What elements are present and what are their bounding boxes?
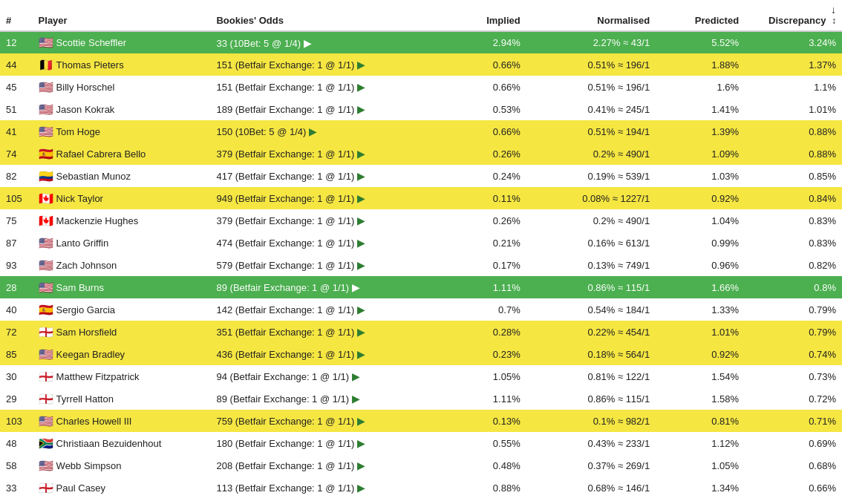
flag-icon: 🇨🇦 [39,216,53,226]
col-header-normalised[interactable]: Normalised [526,0,656,31]
col-header-rank[interactable]: # [0,0,33,31]
cell-discrepancy: 0.71% [745,410,842,432]
cell-normalised: 0.86% ≈ 115/1 [526,276,656,298]
cell-player: 🇨🇦 Mackenzie Hughes [33,209,211,232]
cell-predicted: 1.12% [656,432,745,454]
player-name: Paul Casey [56,482,105,494]
flag-icon: 🇪🇸 [39,305,53,315]
sort-icon[interactable]: ↕ [832,16,836,26]
table-row: 45 🇺🇸 Billy Horschel 151 (Betfair Exchan… [0,76,842,98]
cell-normalised: 0.37% ≈ 269/1 [526,454,656,477]
col-header-predicted[interactable]: Predicted [656,0,745,31]
cell-odds: 142 (Betfair Exchange: 1 @ 1/1)▶ [210,298,453,321]
col-header-odds[interactable]: Bookies' Odds [210,0,453,31]
cell-player: 🇧🇪 Thomas Pieters [33,53,211,76]
odds-arrow: ▶ [304,37,312,49]
cell-rank: 41 [0,120,33,143]
table-row: 40 🇪🇸 Sergio Garcia 142 (Betfair Exchang… [0,298,842,321]
player-name: Christiaan Bezuidenhout [56,438,162,449]
cell-implied: 0.66% [454,76,526,98]
cell-rank: 51 [0,98,33,120]
table-body: 12 🇺🇸 Scottie Scheffler 33 (10Bet: 5 @ 1… [0,31,842,499]
cell-implied: 0.13% [454,410,526,432]
cell-odds: 150 (10Bet: 5 @ 1/4)▶ [210,120,453,143]
cell-normalised: 0.19% ≈ 539/1 [526,165,656,187]
cell-odds: 113 (Betfair Exchange: 1 @ 1/1)▶ [210,477,453,499]
cell-predicted: 1.01% [656,321,745,343]
cell-odds: 151 (Betfair Exchange: 1 @ 1/1)▶ [210,53,453,76]
cell-rank: 74 [0,143,33,165]
player-name: Billy Horschel [56,82,115,93]
cell-predicted: 0.92% [656,343,745,365]
cell-discrepancy: 0.85% [745,165,842,187]
cell-rank: 33 [0,477,33,499]
cell-normalised: 0.2% ≈ 490/1 [526,209,656,232]
cell-predicted: 0.96% [656,254,745,276]
discrepancy-label: Discrepancy [768,15,826,26]
cell-rank: 44 [0,53,33,76]
cell-odds: 89 (Betfair Exchange: 1 @ 1/1)▶ [210,276,453,298]
flag-icon: 🇺🇸 [39,461,53,471]
cell-discrepancy: 0.82% [745,254,842,276]
player-name: Zach Johnson [56,260,117,271]
cell-discrepancy: 0.83% [745,209,842,232]
odds-arrow: ▶ [357,415,365,427]
cell-predicted: 1.04% [656,209,745,232]
cell-normalised: 0.81% ≈ 122/1 [526,365,656,387]
cell-rank: 48 [0,432,33,454]
cell-predicted: 1.88% [656,53,745,76]
player-name: Tyrrell Hatton [56,393,114,405]
cell-odds: 436 (Betfair Exchange: 1 @ 1/1)▶ [210,343,453,365]
flag-icon: 🇺🇸 [39,38,53,48]
col-header-implied[interactable]: Implied [454,0,526,31]
cell-odds: 759 (Betfair Exchange: 1 @ 1/1)▶ [210,410,453,432]
col-header-player[interactable]: Player [33,0,211,31]
cell-rank: 82 [0,165,33,187]
cell-odds: 351 (Betfair Exchange: 1 @ 1/1)▶ [210,321,453,343]
cell-player: 🇪🇸 Rafael Cabrera Bello [33,143,211,165]
col-header-discrepancy[interactable]: ↓ Discrepancy ↕ [745,0,842,31]
flag-icon: 🇺🇸 [39,82,53,92]
cell-discrepancy: 0.83% [745,232,842,254]
table-row: 87 🇺🇸 Lanto Griffin 474 (Betfair Exchang… [0,232,842,254]
cell-implied: 0.55% [454,432,526,454]
odds-arrow: ▶ [357,192,365,204]
table-row: 48 🇿🇦 Christiaan Bezuidenhout 180 (Betfa… [0,432,842,454]
cell-predicted: 1.34% [656,477,745,499]
table-row: 44 🇧🇪 Thomas Pieters 151 (Betfair Exchan… [0,53,842,76]
flag-icon: 🇺🇸 [39,283,53,292]
cell-rank: 72 [0,321,33,343]
table-row: 58 🇺🇸 Webb Simpson 208 (Betfair Exchange… [0,454,842,477]
header-row: # Player Bookies' Odds Implied Normalise… [0,0,842,31]
sort-down-arrow: ↓ [751,4,836,15]
cell-rank: 75 [0,209,33,232]
cell-player: 🇺🇸 Sam Burns [33,276,211,298]
cell-normalised: 0.41% ≈ 245/1 [526,98,656,120]
cell-normalised: 0.13% ≈ 749/1 [526,254,656,276]
cell-rank: 28 [0,276,33,298]
cell-player: 🇺🇸 Charles Howell III [33,410,211,432]
cell-discrepancy: 1.01% [745,98,842,120]
cell-implied: 0.88% [454,477,526,499]
odds-arrow: ▶ [352,281,360,293]
cell-discrepancy: 0.72% [745,387,842,410]
table-row: 75 🇨🇦 Mackenzie Hughes 379 (Betfair Exch… [0,209,842,232]
cell-predicted: 0.92% [656,187,745,209]
player-name: Webb Simpson [56,460,122,471]
cell-predicted: 1.58% [656,387,745,410]
cell-player: 🇺🇸 Lanto Griffin [33,232,211,254]
cell-normalised: 0.54% ≈ 184/1 [526,298,656,321]
odds-arrow: ▶ [357,103,365,115]
table-row: 30 🏴󠁧󠁢󠁥󠁮󠁧󠁿 Matthew Fitzpatrick 94 (Betfa… [0,365,842,387]
cell-discrepancy: 1.1% [745,76,842,98]
cell-normalised: 0.51% ≈ 196/1 [526,76,656,98]
cell-predicted: 1.6% [656,76,745,98]
player-name: Mackenzie Hughes [56,215,139,226]
table-row: 29 🏴󠁧󠁢󠁥󠁮󠁧󠁿 Tyrrell Hatton 89 (Betfair Ex… [0,387,842,410]
cell-implied: 0.26% [454,209,526,232]
cell-player: 🏴󠁧󠁢󠁥󠁮󠁧󠁿 Sam Horsfield [33,321,211,343]
cell-normalised: 0.18% ≈ 564/1 [526,343,656,365]
cell-normalised: 0.43% ≈ 233/1 [526,432,656,454]
cell-odds: 189 (Betfair Exchange: 1 @ 1/1)▶ [210,98,453,120]
odds-arrow: ▶ [357,437,365,449]
